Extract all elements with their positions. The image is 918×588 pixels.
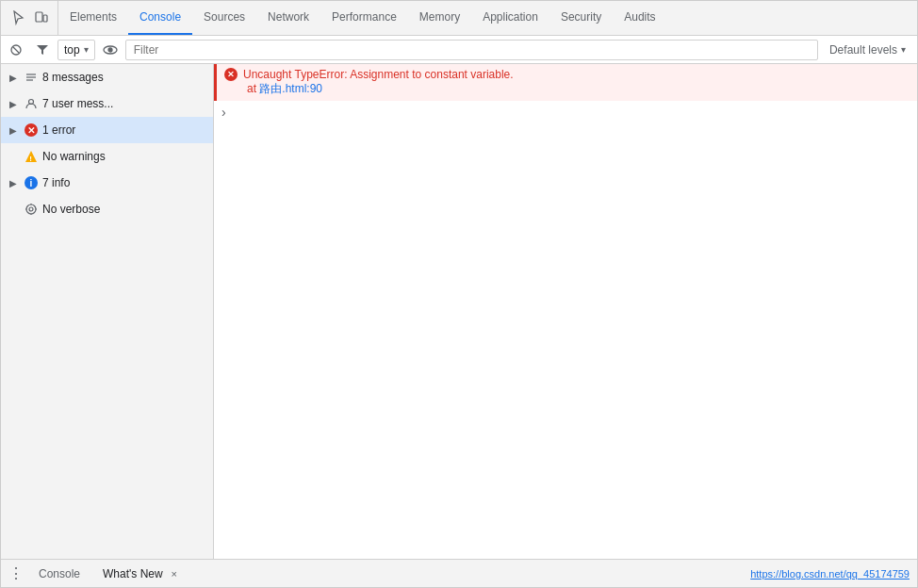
tab-elements[interactable]: Elements	[58, 1, 128, 35]
sidebar-item-info[interactable]: ▶ i 7 info	[1, 170, 213, 196]
tab-memory[interactable]: Memory	[408, 1, 471, 35]
svg-point-13	[29, 207, 33, 211]
tab-audits[interactable]: Audits	[613, 1, 666, 35]
sidebar-item-warnings[interactable]: ▶ ! No warnings	[1, 143, 213, 170]
context-value: top	[64, 43, 80, 57]
messages-icon	[24, 70, 39, 85]
main-area: ▶ 8 messages ▶ 7 user mess...	[1, 64, 917, 559]
warning-icon: !	[24, 149, 39, 164]
bottom-tab-console[interactable]: Console	[31, 565, 88, 582]
sidebar: ▶ 8 messages ▶ 7 user mess...	[1, 64, 214, 559]
info-icon: i	[24, 175, 39, 190]
info-label: 7 info	[42, 176, 70, 189]
chevron-down-icon: ▾	[84, 44, 89, 55]
svg-line-3	[13, 47, 19, 53]
bottom-tabs: ⋮ Console What's New ×	[8, 564, 189, 583]
tab-application[interactable]: Application	[471, 1, 549, 35]
user-messages-label: 7 user mess...	[42, 97, 113, 110]
svg-text:!: !	[29, 155, 32, 163]
whats-new-close-button[interactable]: ×	[167, 566, 182, 581]
tab-sources[interactable]: Sources	[192, 1, 256, 35]
whats-new-tab-label: What's New	[103, 567, 163, 580]
expand-arrow-user: ▶	[7, 97, 20, 110]
expand-row[interactable]: ›	[214, 101, 917, 123]
clear-console-button[interactable]	[5, 39, 27, 61]
more-options-button[interactable]: ⋮	[8, 564, 24, 582]
error-location-prefix: at	[247, 82, 259, 95]
warnings-label: No warnings	[42, 150, 106, 163]
expand-row-arrow-icon: ›	[221, 105, 226, 120]
error-line: ✕ Uncaught TypeError: Assignment to cons…	[224, 68, 910, 81]
svg-point-12	[26, 204, 36, 214]
filter-toggle-button[interactable]	[31, 39, 54, 61]
errors-label: 1 error	[42, 123, 75, 137]
svg-rect-0	[36, 12, 42, 22]
sidebar-item-verbose[interactable]: ▶ No verbose	[1, 196, 213, 222]
error-entry-icon: ✕	[224, 68, 238, 81]
tab-console[interactable]: Console	[128, 1, 192, 35]
verbose-icon	[24, 202, 39, 217]
device-icon[interactable]	[31, 8, 52, 28]
expand-arrow-error: ▶	[7, 123, 20, 137]
inspect-icon[interactable]	[7, 8, 27, 28]
page-url[interactable]: https://blog.csdn.net/qq_45174759	[750, 568, 910, 580]
sidebar-item-errors[interactable]: ▶ ✕ 1 error	[1, 117, 213, 143]
tab-performance[interactable]: Performance	[320, 1, 408, 35]
error-entry[interactable]: ✕ Uncaught TypeError: Assignment to cons…	[214, 64, 917, 101]
svg-rect-1	[43, 15, 47, 22]
console-toolbar: top ▾ Default levels ▾	[1, 36, 917, 64]
tab-network[interactable]: Network	[256, 1, 320, 35]
expand-arrow-info: ▶	[7, 176, 20, 189]
default-levels-dropdown[interactable]: Default levels ▾	[822, 43, 913, 57]
console-area: ✕ Uncaught TypeError: Assignment to cons…	[214, 64, 917, 559]
levels-chevron-icon: ▾	[901, 44, 906, 55]
default-levels-label: Default levels	[829, 43, 897, 57]
filter-input[interactable]	[125, 40, 818, 60]
all-messages-label: 8 messages	[42, 71, 104, 84]
error-location: at 路由.html:90	[224, 81, 910, 97]
sidebar-item-all-messages[interactable]: ▶ 8 messages	[1, 64, 213, 90]
tabs-nav: Elements Console Sources Network Perform…	[58, 1, 917, 35]
error-message: Uncaught TypeError: Assignment to consta…	[243, 68, 910, 81]
sidebar-item-user-messages[interactable]: ▶ 7 user mess...	[1, 90, 213, 117]
error-location-link[interactable]: 路由.html:90	[259, 82, 322, 95]
user-messages-icon	[24, 96, 39, 111]
eye-button[interactable]	[99, 39, 122, 61]
expand-arrow-messages: ▶	[7, 71, 20, 84]
tab-security[interactable]: Security	[549, 1, 613, 35]
context-selector[interactable]: top ▾	[57, 40, 95, 60]
error-icon: ✕	[24, 122, 39, 138]
svg-point-5	[108, 48, 112, 52]
bottom-bar: ⋮ Console What's New × https://blog.csdn…	[1, 559, 917, 587]
toolbar-icons	[1, 1, 58, 35]
verbose-label: No verbose	[42, 203, 100, 216]
devtools-toolbar: Elements Console Sources Network Perform…	[1, 1, 917, 36]
console-tab-label: Console	[39, 567, 80, 580]
bottom-tab-whats-new[interactable]: What's New ×	[95, 564, 189, 583]
